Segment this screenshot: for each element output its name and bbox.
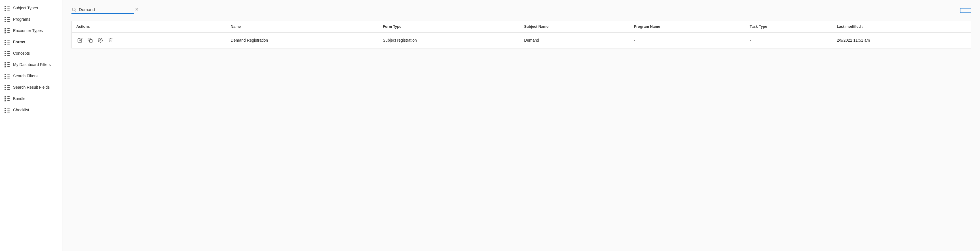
list-icon — [5, 40, 10, 44]
sidebar-item-programs[interactable]: Programs — [0, 14, 62, 25]
sidebar-item-label: Encounter Types — [13, 28, 43, 33]
list-icon — [5, 74, 10, 78]
table-row: Demand RegistrationSubject registrationD… — [72, 32, 970, 48]
sidebar-item-label: Bundle — [13, 96, 25, 101]
cell-name: Demand Registration — [226, 32, 378, 48]
actions-cell — [72, 32, 226, 48]
sidebar-item-label: Programs — [13, 17, 30, 22]
settings-button[interactable] — [97, 37, 104, 44]
list-icon — [5, 85, 10, 89]
sidebar-item-label: Concepts — [13, 51, 30, 56]
col-header-form_type: Form Type — [378, 21, 520, 32]
forms-table: ActionsNameForm TypeSubject NameProgram … — [72, 21, 970, 48]
sidebar-item-subject-types[interactable]: Subject Types — [0, 2, 62, 14]
list-icon — [5, 6, 10, 10]
col-header-subject_name: Subject Name — [520, 21, 629, 32]
new-form-button[interactable] — [960, 8, 971, 13]
list-icon — [5, 17, 10, 21]
copy-button[interactable] — [86, 37, 94, 44]
col-header-task_type: Task Type — [745, 21, 832, 32]
svg-point-0 — [72, 8, 75, 11]
col-header-program_name: Program Name — [629, 21, 745, 32]
cell-last_modified: 2/9/2022 11:51 am — [832, 32, 970, 48]
edit-icon — [77, 38, 83, 43]
action-icons — [76, 37, 222, 44]
list-icon — [5, 51, 10, 55]
sidebar-item-label: Forms — [13, 40, 25, 44]
forms-table-container: ActionsNameForm TypeSubject NameProgram … — [72, 21, 971, 48]
sidebar-item-forms[interactable]: Forms — [0, 36, 62, 48]
search-icon — [72, 7, 76, 12]
table-header-row: ActionsNameForm TypeSubject NameProgram … — [72, 21, 970, 32]
cell-program_name: - — [629, 32, 745, 48]
svg-point-3 — [100, 40, 101, 41]
search-bar-row: ✕ — [72, 7, 971, 14]
sidebar-item-bundle[interactable]: Bundle — [0, 93, 62, 104]
search-container: ✕ — [72, 7, 134, 14]
sidebar-item-label: Subject Types — [13, 6, 38, 10]
sidebar-item-encounter-types[interactable]: Encounter Types — [0, 25, 62, 36]
sidebar-item-checklist[interactable]: Checklist — [0, 104, 62, 116]
svg-rect-2 — [90, 40, 92, 43]
cell-subject_name: Demand — [520, 32, 629, 48]
sidebar-item-label: Search Result Fields — [13, 85, 49, 89]
clear-search-icon[interactable]: ✕ — [135, 7, 138, 12]
sidebar-item-search-result-fields[interactable]: Search Result Fields — [0, 82, 62, 93]
table-body: Demand RegistrationSubject registrationD… — [72, 32, 970, 48]
search-input[interactable] — [79, 7, 133, 12]
sidebar-item-label: Search Filters — [13, 74, 37, 78]
sidebar-item-search-filters[interactable]: Search Filters — [0, 70, 62, 82]
list-icon — [5, 97, 10, 100]
sidebar-item-label: Checklist — [13, 108, 29, 112]
sidebar-item-concepts[interactable]: Concepts — [0, 48, 62, 59]
col-header-actions: Actions — [72, 21, 226, 32]
svg-line-1 — [75, 11, 76, 11]
list-icon — [5, 29, 10, 33]
list-icon — [5, 108, 10, 112]
col-header-last_modified[interactable]: Last modified↓ — [832, 21, 970, 32]
cell-form_type: Subject registration — [378, 32, 520, 48]
delete-icon — [108, 38, 113, 43]
col-header-name: Name — [226, 21, 378, 32]
delete-button[interactable] — [107, 37, 114, 44]
sidebar-item-my-dashboard-filters[interactable]: My Dashboard Filters — [0, 59, 62, 70]
main-content: ✕ ActionsNameForm TypeSubject NameProgra… — [62, 0, 980, 251]
settings-icon — [98, 38, 103, 43]
sort-arrow-icon: ↓ — [862, 25, 864, 28]
cell-task_type: - — [745, 32, 832, 48]
sidebar-item-label: My Dashboard Filters — [13, 62, 51, 67]
copy-icon — [88, 38, 93, 43]
edit-button[interactable] — [76, 37, 84, 44]
sidebar: Subject TypesProgramsEncounter TypesForm… — [0, 0, 62, 251]
list-icon — [5, 63, 10, 67]
